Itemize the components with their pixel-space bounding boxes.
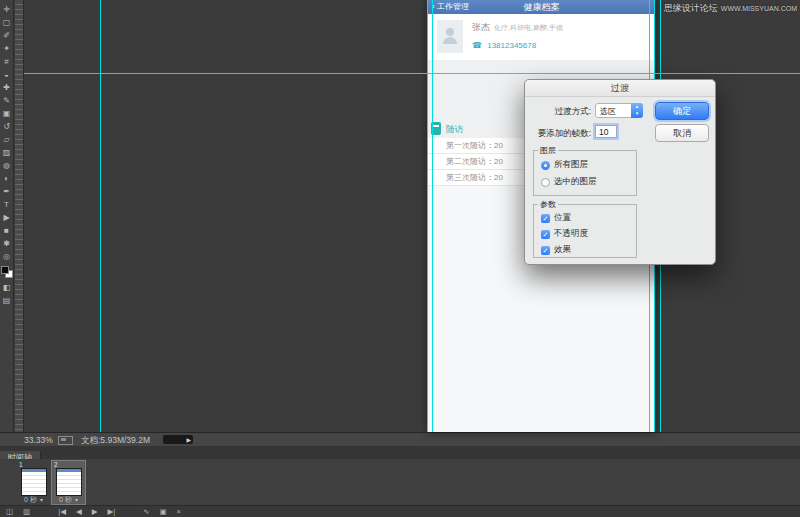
tween-method-value: 选区 — [600, 107, 616, 116]
avatar — [437, 20, 463, 53]
timeline-header: 时间轴 — [0, 446, 800, 460]
radio-off-icon — [541, 178, 550, 187]
checkbox-effects[interactable]: ✓ 效果 — [541, 244, 571, 256]
frame-delay-dropdown[interactable]: 0 秒 ▾ — [52, 495, 85, 505]
caret-down-icon: ▾ — [40, 497, 43, 503]
tool-path-select-icon[interactable]: ▶ — [0, 211, 14, 224]
prev-frame-icon[interactable]: ◀ — [76, 506, 82, 517]
timeline-panel: 时间轴 1 0 秒 ▾ 2 0 — [0, 446, 800, 517]
ok-button[interactable]: 确定 — [655, 102, 709, 120]
tool-eraser-icon[interactable]: ▱ — [0, 133, 14, 146]
mockup-patient-name: 张杰 — [472, 21, 490, 34]
animation-frame-2[interactable]: 2 0 秒 ▾ — [52, 461, 85, 504]
delete-frame-icon[interactable]: × — [177, 506, 181, 517]
tween-method-select[interactable]: 选区 ▴ ▾ — [595, 103, 643, 118]
frame-options-icon[interactable]: ◫ — [6, 506, 13, 517]
radio-all-layers[interactable]: 所有图层 — [541, 159, 588, 171]
checkbox-checked-icon: ✓ — [541, 246, 550, 255]
tool-crop-icon[interactable]: # — [0, 55, 14, 68]
color-swatches[interactable] — [1, 266, 13, 278]
checkbox-position-label: 位置 — [554, 212, 571, 224]
tool-type-icon[interactable]: T — [0, 198, 14, 211]
checkbox-opacity[interactable]: ✓ 不透明度 — [541, 228, 588, 240]
checkbox-checked-icon: ✓ — [541, 214, 550, 223]
caret-up-icon: ▴ — [631, 103, 643, 110]
parameters-group-legend: 参数 — [538, 199, 558, 210]
watermark: 思缘设计论坛WWW.MISSYUAN.COM — [664, 2, 797, 15]
mockup-phone-number: 13812345678 — [487, 41, 536, 50]
watermark-en: WWW.MISSYUAN.COM — [721, 5, 797, 12]
zoom-level-field[interactable]: 33.33% — [24, 435, 53, 445]
mockup-profile-card: 张杰 化疗,科研电,麻醉,手镜 ☎ 13812345678 — [428, 14, 655, 61]
thumb-content-lines — [57, 472, 81, 495]
tween-method-label: 过渡方式: — [529, 106, 591, 118]
tool-pen-icon[interactable]: ✒ — [0, 185, 14, 198]
checkbox-checked-icon: ✓ — [541, 230, 550, 239]
screen-mode-icon[interactable]: ▤ — [0, 294, 14, 307]
caret-down-icon: ▾ — [75, 497, 78, 503]
layout-options-icon[interactable]: ▥ — [23, 506, 30, 517]
caret-down-icon: ▾ — [631, 110, 643, 117]
timeline-controls: ◫ ▥ |◀ ◀ ▶ ▶| ∿ ▣ × — [0, 505, 800, 517]
guide-vertical — [427, 0, 428, 432]
mockup-page-title: 健康档案 — [428, 0, 655, 14]
guide-vertical — [100, 0, 101, 432]
tool-brush-icon[interactable]: ✎ — [0, 94, 14, 107]
status-menu-arrow-icon: ▶ — [186, 436, 191, 444]
tool-clone-stamp-icon[interactable]: ▣ — [0, 107, 14, 120]
frame-number: 2 — [54, 461, 58, 468]
mask-mode-icon[interactable]: ◧ — [0, 281, 14, 294]
frames-to-add-input[interactable]: 10 — [595, 125, 617, 138]
guide-horizontal — [24, 73, 800, 74]
tool-gradient-icon[interactable]: ▨ — [0, 146, 14, 159]
mockup-phone-row: ☎ 13812345678 — [472, 41, 536, 50]
layers-group: 图层 所有图层 选中的图层 — [533, 150, 637, 196]
foreground-color-swatch — [1, 266, 9, 274]
guide-vertical — [432, 0, 433, 432]
zoom-scrubber-icon[interactable] — [58, 436, 73, 445]
vertical-ruler[interactable] — [15, 0, 24, 432]
frame-number: 1 — [19, 461, 23, 468]
animation-frame-1[interactable]: 1 0 秒 ▾ — [17, 461, 50, 504]
tools-panel: ✛ ▢ ✐ ✦ # ◒ ✚ ✎ ▣ ↺ ▱ ▨ ◍ ◐ ✒ T ▶ ■ ✱ ◎ … — [0, 0, 14, 432]
tool-eyedropper-icon[interactable]: ◒ — [0, 68, 14, 81]
frames-to-add-label: 要添加的帧数: — [525, 128, 591, 140]
duplicate-frame-icon[interactable]: ▣ — [159, 506, 166, 517]
tool-healing-brush-icon[interactable]: ✚ — [0, 81, 14, 94]
timeline-frames-area: 1 0 秒 ▾ 2 0 秒 ▾ — [0, 459, 800, 506]
layers-group-legend: 图层 — [538, 145, 558, 156]
mockup-patient-desc: 化疗,科研电,麻醉,手镜 — [494, 23, 563, 33]
checkbox-position[interactable]: ✓ 位置 — [541, 212, 571, 224]
avatar-body-icon — [443, 37, 457, 44]
tool-move-icon[interactable]: ✛ — [0, 3, 14, 16]
tool-marquee-icon[interactable]: ▢ — [0, 16, 14, 29]
play-icon[interactable]: ▶ — [92, 506, 98, 517]
photoshop-window: ✛ ▢ ✐ ✦ # ◒ ✚ ✎ ▣ ↺ ▱ ▨ ◍ ◐ ✒ T ▶ ■ ✱ ◎ … — [0, 0, 800, 517]
frame-thumbnail — [56, 468, 82, 496]
tool-zoom-icon[interactable]: ◎ — [0, 250, 14, 263]
tool-blur-icon[interactable]: ◍ — [0, 159, 14, 172]
tool-shape-icon[interactable]: ■ — [0, 224, 14, 237]
thumb-content-lines — [22, 472, 46, 495]
cancel-button[interactable]: 取消 — [655, 124, 709, 142]
tween-icon[interactable]: ∿ — [143, 506, 149, 517]
radio-selected-layers-label: 选中的图层 — [554, 176, 597, 188]
frame-delay-dropdown[interactable]: 0 秒 ▾ — [17, 495, 50, 505]
first-frame-icon[interactable]: |◀ — [58, 506, 66, 517]
status-menu[interactable]: ▶ — [163, 435, 193, 444]
dialog-titlebar[interactable]: 过渡 — [525, 80, 715, 97]
checkbox-effects-label: 效果 — [554, 244, 571, 256]
tool-history-brush-icon[interactable]: ↺ — [0, 120, 14, 133]
next-frame-icon[interactable]: ▶| — [107, 506, 115, 517]
tool-quick-select-icon[interactable]: ✦ — [0, 42, 14, 55]
select-stepper-icon[interactable]: ▴ ▾ — [631, 103, 643, 118]
mockup-nav-header: ‹ 工作管理 健康档案 — [428, 0, 655, 14]
tool-dodge-icon[interactable]: ◐ — [0, 172, 14, 185]
status-bar: 33.33% 文档:5.93M/39.2M ▶ — [0, 432, 800, 446]
radio-selected-layers[interactable]: 选中的图层 — [541, 176, 597, 188]
radio-all-layers-label: 所有图层 — [554, 159, 588, 171]
tool-lasso-icon[interactable]: ✐ — [0, 29, 14, 42]
mockup-section-title: 随访 — [446, 124, 463, 136]
parameters-group: 参数 ✓ 位置 ✓ 不透明度 ✓ 效果 — [533, 204, 637, 258]
tool-hand-icon[interactable]: ✱ — [0, 237, 14, 250]
